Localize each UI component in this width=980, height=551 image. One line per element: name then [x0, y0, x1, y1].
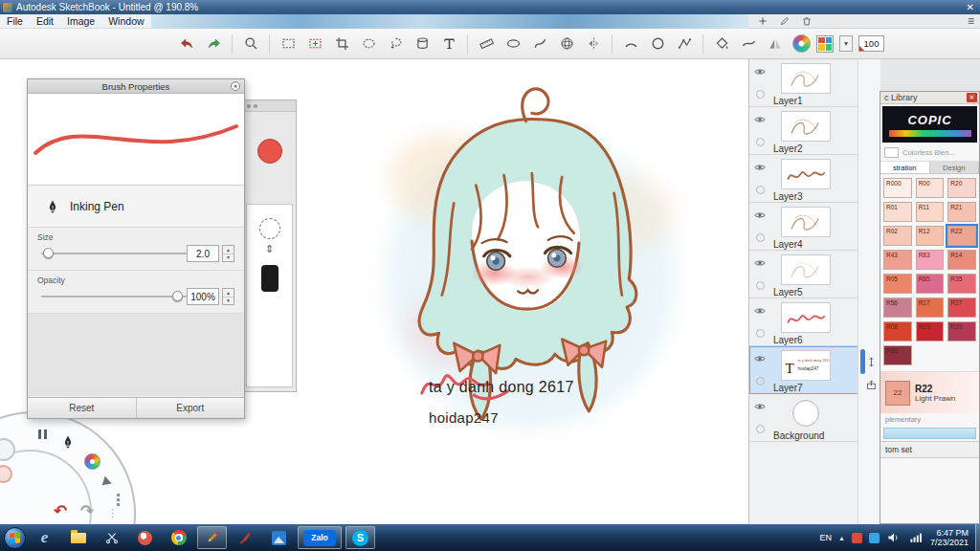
taskbar-app-internet-explorer[interactable]: e: [30, 526, 59, 549]
taskbar-app-file-explorer[interactable]: [63, 526, 93, 549]
layer-lock-circle[interactable]: [756, 186, 765, 194]
copic-swatch-r56[interactable]: R56: [883, 298, 912, 318]
size-slider[interactable]: [41, 253, 187, 254]
lasso-icon[interactable]: [384, 33, 407, 55]
layer-visibility-eye-icon[interactable]: [753, 304, 768, 316]
copic-swatch-r01[interactable]: R01: [883, 202, 912, 222]
complementary-swatch[interactable]: [883, 428, 976, 439]
hidden-icons-icon[interactable]: ▲: [838, 535, 845, 541]
distort-icon[interactable]: [411, 33, 434, 55]
panel-close-icon[interactable]: ●: [231, 81, 240, 91]
lagoon-pause-icon[interactable]: [36, 426, 48, 443]
copic-swatch-r20[interactable]: R20: [947, 178, 976, 198]
copic-swatch-r000[interactable]: R000: [883, 178, 912, 198]
copic-swatch-r43[interactable]: R43: [883, 250, 912, 270]
language-indicator[interactable]: EN: [820, 533, 833, 542]
copic-swatch-r29[interactable]: R29: [916, 321, 945, 342]
active-color-puck[interactable]: [257, 139, 282, 164]
ellipse-guide-icon[interactable]: [501, 33, 524, 55]
layer-thumbnail[interactable]: [781, 254, 831, 285]
arc-icon[interactable]: [619, 33, 642, 55]
quick-more-icon[interactable]: ⋮: [107, 507, 118, 519]
menu-file[interactable]: File: [0, 14, 30, 28]
custom-set-item[interactable]: tom set: [880, 441, 979, 458]
taskbar-app-sketchbook[interactable]: [197, 526, 227, 549]
copic-swatch-r21[interactable]: R21: [947, 202, 976, 222]
more-tools-dropdown[interactable]: ▾: [839, 35, 853, 52]
layer-row-layer7[interactable]: Tta y danh dong 2617hoidap247Layer7: [749, 346, 858, 394]
tab-design[interactable]: Design: [930, 162, 980, 173]
layer-lock-circle[interactable]: [756, 425, 765, 433]
close-window-button[interactable]: ✕: [967, 2, 974, 12]
tray-app-icon-red[interactable]: [852, 533, 862, 543]
copic-close-icon[interactable]: ✕: [967, 93, 977, 102]
copic-swatch-r89[interactable]: R89: [883, 345, 912, 365]
taskbar-app-media-app[interactable]: [130, 526, 160, 549]
polyline-icon[interactable]: [673, 33, 696, 55]
perspective-icon[interactable]: [555, 33, 578, 55]
export-button[interactable]: Export: [137, 398, 245, 418]
circle-icon[interactable]: [646, 33, 669, 55]
layer-visibility-eye-icon[interactable]: [753, 400, 768, 411]
layer-row-background[interactable]: Background: [749, 394, 858, 442]
layer-export-icon[interactable]: [865, 379, 880, 393]
layer-thumbnail[interactable]: [781, 207, 831, 237]
redo-icon[interactable]: [202, 33, 225, 55]
copic-swatch-r85[interactable]: R85: [916, 274, 945, 294]
layer-visibility-eye-icon[interactable]: [753, 209, 768, 220]
transform-icon[interactable]: [303, 33, 326, 55]
copic-swatch-r22[interactable]: R22: [947, 226, 976, 246]
layer-lock-circle[interactable]: [756, 90, 765, 99]
layer-lock-circle[interactable]: [756, 281, 765, 290]
copic-swatch-r35[interactable]: R35: [947, 274, 976, 294]
lagoon-dots-icon[interactable]: [117, 492, 120, 508]
opacity-slider[interactable]: [41, 296, 187, 298]
layer-thumbnail[interactable]: [781, 63, 831, 94]
undo-icon[interactable]: [175, 33, 198, 55]
layer-visibility-eye-icon[interactable]: [753, 256, 768, 268]
taskbar-app-snipping-tool[interactable]: [97, 526, 126, 549]
size-stepper[interactable]: ▲▼: [222, 245, 234, 262]
layer-visibility-eye-icon[interactable]: [753, 113, 768, 124]
copic-swatch-r00[interactable]: R00: [916, 178, 945, 198]
stabilizer-icon[interactable]: [737, 33, 760, 55]
text-icon[interactable]: [437, 33, 460, 55]
swap-icon[interactable]: ⇕: [247, 243, 292, 255]
menu-window[interactable]: Window: [101, 14, 150, 28]
copic-swatch-r83[interactable]: R83: [916, 250, 945, 270]
taskbar-app-chrome[interactable]: [164, 526, 193, 549]
zoom-icon[interactable]: [239, 33, 262, 55]
layer-lock-circle[interactable]: [756, 138, 765, 146]
colorless-blender-item[interactable]: Colorless Blen...: [880, 144, 979, 162]
opacity-value[interactable]: 100%: [187, 288, 219, 305]
opacity-stepper[interactable]: ▲▼: [222, 288, 234, 305]
layer-visibility-eye-icon[interactable]: [753, 65, 768, 77]
menu-image[interactable]: Image: [60, 14, 101, 28]
copic-swatch-r08[interactable]: R08: [883, 321, 912, 342]
tab-illustration[interactable]: stration: [880, 162, 930, 173]
quick-redo-icon[interactable]: ↷: [80, 501, 94, 521]
layer-lock-circle[interactable]: [756, 233, 765, 242]
layer-row-layer1[interactable]: Layer1: [749, 59, 858, 107]
layers-scrollbar[interactable]: [858, 59, 880, 524]
start-button[interactable]: [4, 527, 26, 549]
color-wheel-icon[interactable]: [792, 34, 811, 53]
reset-button[interactable]: Reset: [28, 398, 137, 418]
copic-swatch-r17[interactable]: R17: [916, 298, 945, 318]
layer-thumbnail[interactable]: [781, 302, 831, 333]
network-icon[interactable]: [908, 530, 924, 545]
panel-menu-icon[interactable]: ≡: [968, 14, 974, 28]
crop-icon[interactable]: [330, 33, 353, 55]
volume-icon[interactable]: [886, 530, 902, 545]
edit-layer-button[interactable]: [778, 14, 791, 28]
copic-swatches-icon[interactable]: [816, 35, 834, 53]
menu-edit[interactable]: Edit: [30, 14, 60, 28]
ruler-icon[interactable]: [475, 33, 498, 55]
ellipse-select-icon[interactable]: [357, 33, 380, 55]
size-slider-thumb[interactable]: [43, 248, 54, 258]
marquee-icon[interactable]: [277, 33, 300, 55]
layer-thumbnail[interactable]: [781, 159, 831, 189]
taskbar-app-photos-app[interactable]: [264, 526, 294, 549]
quick-undo-icon[interactable]: ↶: [54, 501, 67, 521]
layer-lock-circle[interactable]: [756, 377, 765, 386]
